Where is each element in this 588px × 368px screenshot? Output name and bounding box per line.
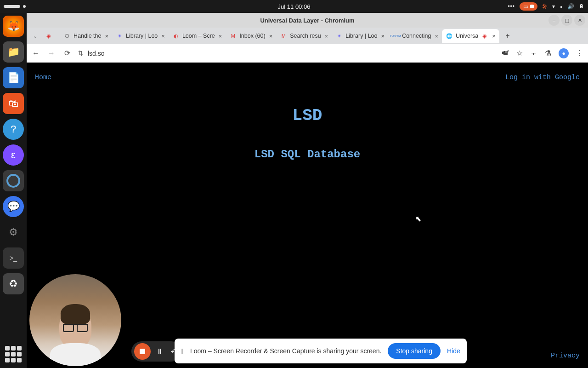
dock-emacs[interactable]: ε (3, 144, 24, 166)
loom-pause-button[interactable]: ⏸ (154, 347, 165, 356)
back-button[interactable]: ← (31, 49, 40, 58)
screen-icon: ▭ (523, 3, 528, 10)
close-button[interactable]: ✕ (574, 15, 585, 26)
gdom-icon: GDOM (392, 32, 399, 40)
window-title: Universal Data Layer - Chromium (260, 17, 354, 24)
privacy-link[interactable]: Privacy (551, 352, 580, 360)
browser-toolbar: ← → ⟳ ⇅ lsd.so 📹︎ ☆ ⫟ ⚗ ● ⋮ (27, 44, 588, 63)
loom-icon: ◐ (172, 32, 180, 40)
microphone-icon[interactable]: 🎤︎ (542, 3, 548, 10)
tab-strip: ⌄ ◉ ⎔ Handle the × ✴ Library | Loo × ◐ L… (27, 28, 588, 44)
labs-icon[interactable]: ⚗ (545, 49, 551, 58)
globe-icon: 🌐 (446, 32, 453, 40)
close-icon[interactable]: × (325, 33, 328, 40)
camera-icon[interactable]: 📹︎ (502, 49, 509, 58)
extensions-icon[interactable]: ⫟ (530, 49, 537, 58)
dock-terminal[interactable]: >_ (3, 247, 24, 269)
mouse-cursor: ⬉ (415, 214, 421, 223)
tab-6[interactable]: ✴ Library | Loo × (332, 29, 388, 43)
site-settings-icon[interactable]: ⇅ (78, 50, 83, 57)
profile-avatar[interactable]: ● (559, 48, 569, 58)
close-icon[interactable]: × (381, 33, 385, 40)
tab-5[interactable]: M Search resu × (276, 29, 332, 43)
dock-software[interactable]: 🛍 (3, 93, 24, 114)
loom-icon: ✴ (116, 32, 123, 40)
tab-8[interactable]: 🌐 Universa ◉ × (442, 29, 499, 43)
tab-1[interactable]: ⎔ Handle the × (60, 29, 112, 43)
page-subtitle: LSD SQL Database (27, 148, 588, 161)
activities-pill[interactable] (4, 5, 20, 8)
close-icon[interactable]: × (492, 33, 496, 40)
close-icon[interactable]: × (435, 33, 438, 40)
page-title: LSD (27, 106, 588, 125)
tab-search-dropdown[interactable]: ⌄ (28, 33, 41, 39)
activities-dot (23, 5, 26, 8)
tab-3[interactable]: ◐ Loom – Scre × (169, 29, 226, 43)
pause-icon: ‖ (181, 348, 184, 354)
hide-link[interactable]: Hide (447, 347, 460, 355)
gmail-icon: M (280, 32, 287, 40)
close-icon[interactable]: × (105, 33, 108, 40)
battery-icon[interactable]: 🔋︎ (579, 3, 584, 10)
loom-control-bar: ⏸ ↶ (131, 341, 181, 362)
dock-trash[interactable]: ♻ (3, 273, 24, 294)
address-bar[interactable]: ⇅ lsd.so (78, 50, 495, 57)
tab-2[interactable]: ✴ Library | Loo × (112, 29, 169, 43)
stop-icon (530, 5, 534, 8)
record-icon: ◉ (45, 32, 52, 40)
url-text: lsd.so (88, 50, 105, 57)
close-icon[interactable]: × (161, 33, 165, 40)
bluetooth-icon[interactable]: ⬧ (560, 3, 563, 10)
loom-icon: ✴ (335, 32, 343, 40)
menu-icon[interactable]: ⋮ (576, 49, 583, 58)
dock: 🦊 📁 📄 🛍 ? ε 💬 ⚙ >_ ♻ (0, 13, 27, 368)
close-icon[interactable]: × (219, 33, 222, 40)
screen-share-bar: ‖ Loom – Screen Recorder & Screen Captur… (175, 339, 467, 363)
new-tab-button[interactable]: + (501, 29, 514, 42)
dock-writer[interactable]: 📄 (3, 67, 24, 88)
forward-button[interactable]: → (47, 49, 56, 58)
tab-4[interactable]: M Inbox (60) × (226, 29, 276, 43)
volume-icon[interactable]: 🔊 (567, 3, 574, 10)
tab-0[interactable]: ◉ (41, 29, 60, 43)
github-icon: ⎔ (63, 32, 71, 40)
loom-webcam-bubble[interactable] (29, 274, 121, 366)
window-titlebar: Universal Data Layer - Chromium – ▢ ✕ (27, 13, 588, 28)
system-tray: ••• ▭ 🎤︎ ▾ ⬧ 🔊 🔋︎ (508, 2, 584, 11)
dock-firefox[interactable]: 🦊 (3, 16, 24, 37)
reload-button[interactable]: ⟳ (62, 49, 72, 58)
close-icon[interactable]: × (269, 33, 273, 40)
home-link[interactable]: Home (35, 74, 51, 81)
gnome-top-bar: Jul 11 00:06 ••• ▭ 🎤︎ ▾ ⬧ 🔊 🔋︎ (0, 0, 588, 13)
dock-help[interactable]: ? (3, 119, 24, 140)
login-link[interactable]: Log in with Google (505, 74, 580, 81)
record-icon: ◉ (481, 32, 488, 40)
clock[interactable]: Jul 11 00:06 (278, 3, 311, 10)
dock-chromium[interactable] (3, 170, 24, 191)
stop-sharing-button[interactable]: Stop sharing (388, 343, 441, 359)
screen-record-indicator[interactable]: ▭ (520, 2, 537, 11)
dock-apps-grid[interactable] (5, 346, 22, 362)
bookmark-icon[interactable]: ☆ (516, 49, 523, 58)
more-icon[interactable]: ••• (508, 3, 515, 10)
gmail-icon: M (229, 32, 237, 40)
tab-7[interactable]: GDOM Connecting × (388, 29, 442, 43)
minimize-button[interactable]: – (548, 15, 560, 26)
dock-files[interactable]: 📁 (3, 41, 24, 63)
wifi-icon[interactable]: ▾ (552, 3, 555, 10)
share-text: Loom – Screen Recorder & Screen Capture … (190, 347, 381, 355)
loom-stop-button[interactable] (134, 343, 151, 360)
dock-settings[interactable]: ⚙ (3, 222, 24, 243)
maximize-button[interactable]: ▢ (561, 15, 572, 26)
dock-signal[interactable]: 💬 (3, 196, 24, 217)
